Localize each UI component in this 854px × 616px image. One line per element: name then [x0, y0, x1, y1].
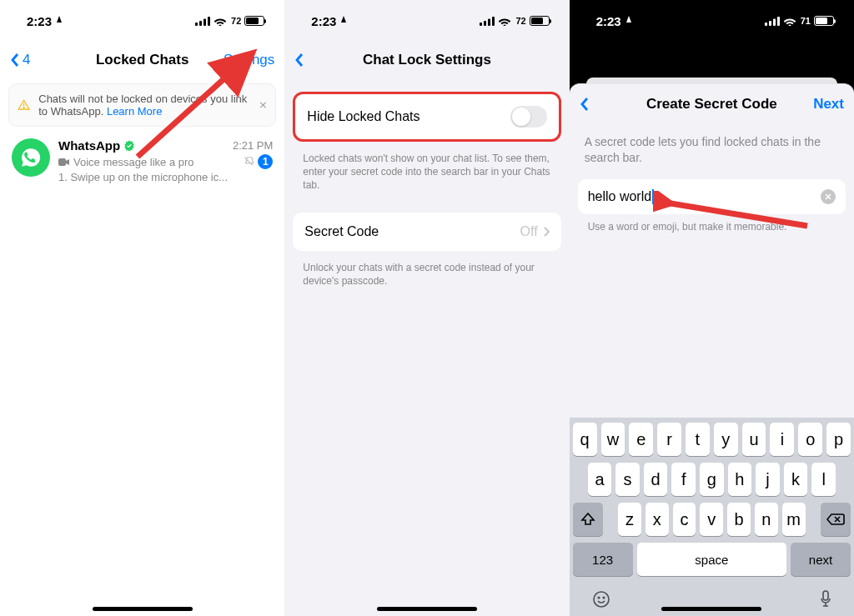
row-value: Off [520, 224, 538, 239]
battery-icon [244, 16, 264, 26]
nav-bar: Chat Lock Settings [284, 42, 569, 78]
key-t[interactable]: t [686, 423, 710, 456]
key-v[interactable]: v [700, 503, 723, 536]
toggle-switch[interactable] [510, 106, 547, 128]
key-w[interactable]: w [601, 423, 625, 456]
back-count: 4 [23, 52, 30, 68]
key-y[interactable]: y [714, 423, 738, 456]
learn-more-link[interactable]: Learn More [107, 105, 162, 118]
svg-rect-0 [195, 23, 198, 26]
location-icon [339, 16, 348, 26]
hide-locked-chats-row[interactable]: Hide Locked Chats [293, 92, 560, 142]
close-icon[interactable] [259, 99, 267, 111]
key-s[interactable]: s [615, 463, 640, 496]
backspace-icon [826, 513, 845, 526]
whatsapp-icon [20, 147, 42, 168]
keyboard-next-key[interactable]: next [791, 543, 851, 576]
svg-rect-8 [58, 158, 66, 166]
svg-point-5 [23, 108, 24, 108]
signal-icon [480, 17, 495, 26]
chevron-right-icon [543, 226, 550, 238]
ios-keyboard[interactable]: qwertyuiop asdfghjkl zxcvbnm 123 space n… [570, 418, 854, 616]
chevron-left-icon [294, 53, 304, 68]
key-b[interactable]: b [727, 503, 751, 536]
svg-rect-12 [488, 18, 490, 26]
key-g[interactable]: g [700, 463, 724, 496]
secret-code-input-container[interactable]: hello world [578, 179, 846, 214]
key-h[interactable]: h [728, 463, 752, 496]
info-banner: Chats will not be locked on devices you … [8, 83, 276, 127]
key-e[interactable]: e [629, 423, 653, 456]
wifi-icon [498, 17, 511, 26]
close-icon [825, 193, 831, 200]
numbers-key[interactable]: 123 [573, 543, 633, 576]
key-i[interactable]: i [770, 423, 794, 456]
key-o[interactable]: o [798, 423, 822, 456]
status-bar: 2:23 72 [0, 0, 284, 42]
signal-icon [195, 17, 210, 26]
key-m[interactable]: m [782, 503, 806, 536]
row-footnote: Locked chats won't show on your chat lis… [284, 147, 569, 208]
chevron-left-icon [580, 97, 589, 112]
key-j[interactable]: j [756, 463, 780, 496]
dictation-key-icon[interactable] [819, 589, 832, 609]
key-c[interactable]: c [673, 503, 696, 536]
home-indicator [661, 607, 761, 611]
wifi-icon [783, 17, 796, 26]
shift-key[interactable] [573, 503, 603, 536]
key-n[interactable]: n [755, 503, 778, 536]
clear-input-button[interactable] [821, 189, 836, 204]
secret-code-row[interactable]: Secret Code Off [293, 213, 560, 251]
status-time: 2:23 [27, 14, 52, 28]
text-cursor [652, 189, 654, 204]
secret-code-input[interactable]: hello world [588, 189, 651, 204]
svg-point-25 [603, 597, 605, 598]
row-label: Secret Code [304, 224, 379, 239]
svg-rect-2 [203, 18, 206, 26]
nav-bar: Create Secret Code Next [570, 86, 854, 123]
key-f[interactable]: f [671, 463, 696, 496]
key-x[interactable]: x [646, 503, 669, 536]
svg-point-23 [594, 592, 609, 607]
space-key[interactable]: space [637, 543, 787, 576]
key-z[interactable]: z [618, 503, 641, 536]
back-button[interactable]: 4 [10, 52, 30, 68]
battery-percent: 71 [801, 16, 811, 26]
svg-rect-11 [484, 21, 486, 26]
wifi-icon [214, 17, 227, 26]
next-button[interactable]: Next [813, 96, 844, 113]
key-a[interactable]: a [588, 463, 612, 496]
backspace-key[interactable] [821, 503, 851, 536]
muted-icon [243, 156, 254, 168]
shift-icon [580, 513, 595, 526]
settings-button[interactable]: Settings [224, 52, 274, 68]
battery-icon [530, 16, 550, 26]
svg-rect-10 [480, 23, 482, 26]
key-u[interactable]: u [742, 423, 766, 456]
status-bar: 2:23 72 [284, 0, 569, 42]
description-text: A secret code lets you find locked chats… [570, 123, 854, 179]
svg-rect-17 [777, 17, 780, 26]
whatsapp-avatar [12, 138, 50, 177]
page-title: Chat Lock Settings [284, 52, 569, 68]
key-p[interactable]: p [826, 423, 851, 456]
svg-rect-14 [765, 23, 767, 26]
row-footnote: Unlock your chats with a secret code ins… [284, 256, 569, 303]
key-r[interactable]: r [657, 423, 681, 456]
chat-subject: Voice message like a pro [73, 156, 239, 168]
key-q[interactable]: q [573, 423, 597, 456]
key-d[interactable]: d [644, 463, 668, 496]
svg-point-24 [598, 597, 600, 598]
chat-row[interactable]: WhatsApp 2:21 PM Voice message like a pr… [0, 132, 284, 190]
back-button[interactable] [294, 53, 304, 68]
chat-name: WhatsApp [58, 138, 135, 153]
status-bar: 2:23 71 [570, 0, 854, 42]
back-button[interactable] [580, 97, 589, 112]
svg-rect-26 [823, 591, 828, 600]
emoji-key-icon[interactable] [591, 589, 611, 609]
svg-rect-13 [492, 17, 495, 26]
nav-bar: 4 Locked Chats Settings [0, 42, 284, 78]
chevron-left-icon [10, 53, 19, 68]
key-k[interactable]: k [784, 463, 808, 496]
key-l[interactable]: l [811, 463, 836, 496]
